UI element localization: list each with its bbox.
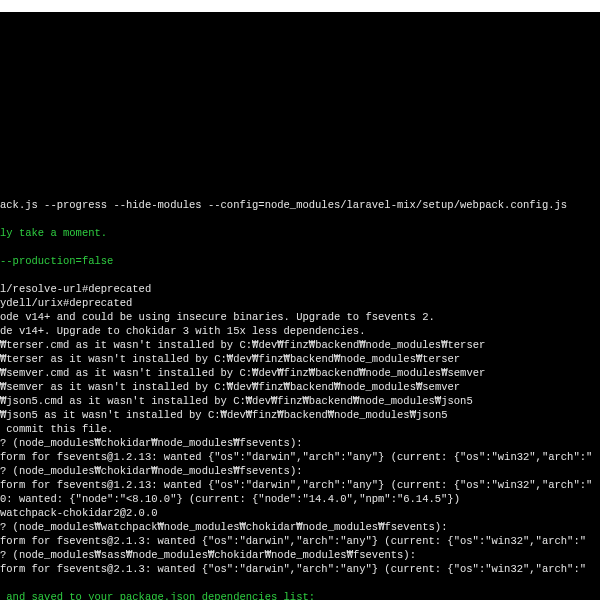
terminal-line: watchpack-chokidar2@2.0.0 <box>0 506 600 520</box>
terminal-line: form for fsevents@1.2.13: wanted {"os":"… <box>0 450 600 464</box>
terminal-line: form for fsevents@2.1.3: wanted {"os":"d… <box>0 562 600 576</box>
terminal-line: 0: wanted: {"node":"<8.10.0"} (current: … <box>0 492 600 506</box>
terminal-line: ? (node_modules₩sass₩node_modules₩chokid… <box>0 548 600 562</box>
terminal-line <box>0 212 600 226</box>
terminal-line: ydell/urix#deprecated <box>0 296 600 310</box>
terminal-output[interactable]: ack.js --progress --hide-modules --confi… <box>0 12 600 600</box>
terminal-line: ? (node_modules₩watchpack₩node_modules₩c… <box>0 520 600 534</box>
terminal-line: and saved to your package.json dependenc… <box>0 590 600 600</box>
terminal-line <box>0 240 600 254</box>
terminal-line: l/resolve-url#deprecated <box>0 282 600 296</box>
terminal-line: ₩terser.cmd as it wasn't installed by C:… <box>0 338 600 352</box>
terminal-line: ₩terser as it wasn't installed by C:₩dev… <box>0 352 600 366</box>
terminal-line: --production=false <box>0 254 600 268</box>
terminal-line: de v14+. Upgrade to chokidar 3 with 15x … <box>0 324 600 338</box>
terminal-line: form for fsevents@1.2.13: wanted {"os":"… <box>0 478 600 492</box>
terminal-line: form for fsevents@2.1.3: wanted {"os":"d… <box>0 534 600 548</box>
terminal-lines: ack.js --progress --hide-modules --confi… <box>0 198 600 600</box>
terminal-line: ₩json5.cmd as it wasn't installed by C:₩… <box>0 394 600 408</box>
terminal-blank-area <box>0 40 600 170</box>
terminal-line: ly take a moment. <box>0 226 600 240</box>
terminal-line: ? (node_modules₩chokidar₩node_modules₩fs… <box>0 436 600 450</box>
terminal-line <box>0 576 600 590</box>
terminal-line: ack.js --progress --hide-modules --confi… <box>0 198 600 212</box>
terminal-line: ₩semver.cmd as it wasn't installed by C:… <box>0 366 600 380</box>
window-title-bar <box>0 0 600 12</box>
terminal-line: ₩semver as it wasn't installed by C:₩dev… <box>0 380 600 394</box>
terminal-line: ₩json5 as it wasn't installed by C:₩dev₩… <box>0 408 600 422</box>
terminal-line: commit this file. <box>0 422 600 436</box>
terminal-line <box>0 268 600 282</box>
terminal-line: ode v14+ and could be using insecure bin… <box>0 310 600 324</box>
terminal-line: ? (node_modules₩chokidar₩node_modules₩fs… <box>0 464 600 478</box>
